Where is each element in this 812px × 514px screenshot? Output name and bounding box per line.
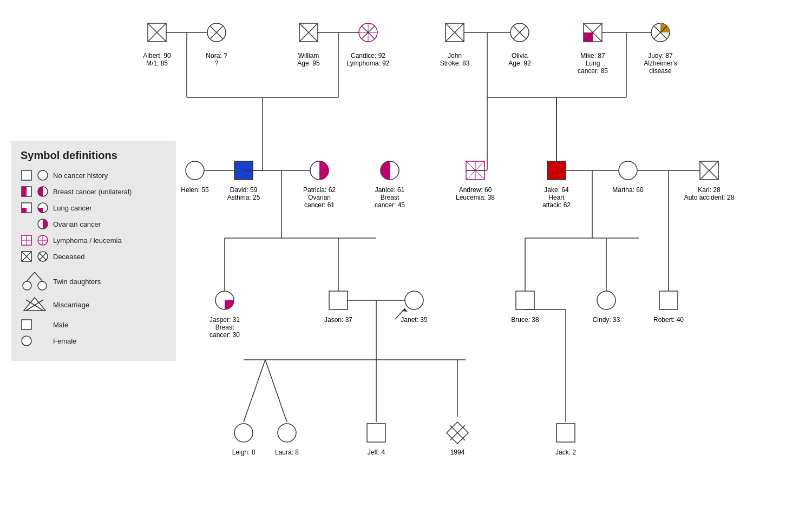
laura-node [278,424,296,442]
janet-node [405,291,423,309]
svg-rect-85 [556,424,575,442]
jake-detail: Heart [548,194,565,201]
olivia-label: Olivia [512,52,528,60]
svg-rect-31 [8,0,16,16]
miscarriage-label: 1994 [450,449,465,456]
karl-node [700,161,718,180]
martha-node [619,161,637,180]
svg-point-69 [619,161,637,180]
svg-rect-30 [0,0,8,16]
jasper-detail2: cancer: 30 [209,331,240,339]
laura-label: Laura: 8 [275,449,299,456]
janice-node [381,161,399,180]
jake-detail2: attack: 62 [542,201,571,209]
robert-node [659,291,678,309]
mike-detail2: cancer: 85 [578,67,608,75]
andrew-detail: Leucemia: 38 [456,194,495,201]
jack-label: Jack: 2 [555,449,576,456]
william-label: William [298,52,319,60]
jeff-label: Jeff: 4 [368,449,385,456]
patricia-label: Patricia: 62 [303,186,336,194]
jake-label: Jake: 64 [544,186,569,194]
karl-detail: Auto accident: 28 [684,194,735,201]
janet-label: Janet: 35 [401,316,428,324]
david-label: David: 59 [230,186,258,194]
judy-detail: Alzheimer's [644,60,677,67]
cindy-node [597,291,615,309]
line-to-laura [265,360,287,422]
helen-node [186,161,204,180]
svg-point-80 [278,424,296,442]
albert-label: Albert: 90 [143,52,171,60]
karl-label: Karl: 28 [698,186,721,194]
olivia-detail: Age: 92 [508,60,531,67]
bruce-node [516,291,534,309]
leigh-label: Leigh: 8 [232,449,256,456]
jeff-node [367,424,385,442]
svg-point-75 [405,291,423,309]
andrew-label: Andrew: 60 [459,186,492,194]
judy-label: Judy: 87 [648,52,673,60]
nora-detail: ? [215,60,219,67]
john-detail: Stroke: 83 [440,60,470,67]
mike-label: Mike: 87 [580,52,605,60]
svg-point-79 [234,424,253,442]
patricia-detail2: cancer: 61 [304,201,335,209]
janice-detail: Breast [381,194,400,201]
john-node [446,23,464,42]
miscarriage-node [447,422,468,444]
svg-point-59 [186,161,204,180]
svg-rect-68 [547,161,566,180]
jasper-label: Jasper: 31 [209,316,240,324]
bruce-label: Bruce: 38 [511,316,539,324]
line-to-leigh [244,360,265,422]
mike-node [584,23,602,42]
judy-detail2: disease [649,67,672,75]
jason-label: Jason: 37 [324,316,352,324]
jasper-node [215,291,234,309]
albert-detail: M/1; 85 [146,60,168,67]
john-label: John [448,52,462,60]
pedigree-chart: Albert: 90 M/1; 85 Nora: ? ? William Age… [0,0,812,514]
patricia-node [310,161,329,180]
janice-label: Janice: 61 [375,186,405,194]
nora-label: Nora: ? [206,52,227,60]
robert-label: Robert: 40 [653,316,684,324]
candice-label: Candice: 92 [351,52,385,60]
candice-detail: Lymphoma: 92 [347,60,390,67]
janice-detail2: cancer: 45 [375,201,405,209]
svg-rect-74 [329,291,348,309]
adoption-arrow-head [402,308,408,312]
william-node [299,23,318,42]
cindy-label: Cindy: 33 [593,316,620,324]
patricia-detail: Ovarian [308,194,331,201]
svg-point-77 [597,291,615,309]
albert-node [148,23,166,42]
svg-rect-78 [659,291,678,309]
svg-rect-76 [516,291,534,309]
judy-node [651,23,670,42]
jake-node [547,161,566,180]
leigh-node [234,424,253,442]
martha-label: Martha: 60 [612,186,644,194]
jason-node [329,291,348,309]
svg-rect-81 [367,424,385,442]
helen-label: Helen: 55 [181,186,209,194]
olivia-node [510,23,529,42]
david-detail: Asthma: 25 [227,194,260,201]
jasper-detail: Breast [215,324,234,331]
nora-node [207,23,226,42]
william-detail: Age: 95 [297,60,320,67]
mike-detail: Lung [586,60,600,67]
candice-node [359,23,377,42]
jack-node [556,424,575,442]
